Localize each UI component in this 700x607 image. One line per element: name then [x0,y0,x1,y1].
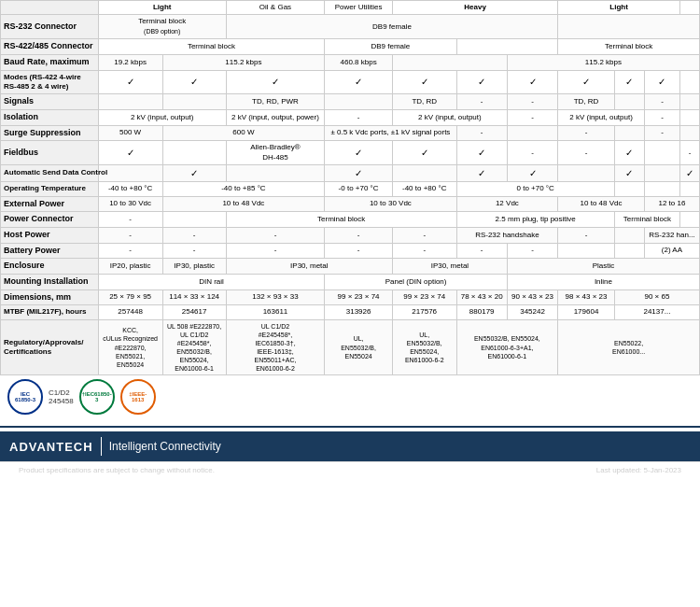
table-cell: - [644,125,679,141]
table-cell [614,182,644,196]
table-cell: -40 to +85 °C [162,182,325,196]
table-cell [392,165,456,182]
table-cell: - [558,227,615,243]
table-cell: ✓ [325,141,393,165]
table-cell: UL 508 #E222870,UL C1/D2#E245458*,EN5503… [162,319,226,375]
table-cell: ✓ [325,165,393,182]
certification-badges: IEC61850-3 C1/D2245458 †IEC61850-3 ‡IEEE… [0,375,700,418]
table-cell: Terminal block [98,39,325,55]
table-cell [680,110,700,126]
table-row: Surge Suppression 500 W 600 W ± 0.5 k Vd… [1,125,700,141]
table-cell: TD, RD [392,94,456,110]
spec-table: Light Oil & Gas Power Utilities Heavy Li… [0,0,700,375]
table-cell: - [226,243,325,259]
table-cell: IP30, metal [226,259,392,275]
col-header: Oil & Gas [226,1,325,15]
table-cell: 880179 [456,305,507,319]
table-cell [614,125,644,141]
table-cell: 313926 [325,305,393,319]
table-cell: 2 kV (input, output) [558,110,645,126]
table-cell: - [456,94,507,110]
table-cell [507,125,557,141]
table-cell: 10 to 30 Vdc [325,196,456,212]
table-cell: ✓ [614,141,644,165]
table-cell: 500 W [98,125,162,141]
table-cell: - [325,110,393,126]
table-cell: IP20, plastic [98,259,162,275]
table-cell: Terminal block [226,212,456,228]
table-row: RS-232 Connector Terminal block(DB9 opti… [1,15,700,39]
table-cell: IP30, plastic [162,259,226,275]
table-cell: 163611 [226,305,325,319]
table-cell [98,165,162,182]
col-header: Light [558,1,680,15]
row-label [1,1,99,15]
table-cell [392,54,507,70]
table-cell: UL,EN55032/B,EN55024,EN61000-6-2 [392,319,456,375]
row-label: External Power [1,196,99,212]
table-cell: Terminal block(DB9 option) [98,15,226,39]
table-row: Automatic Send Data Control ✓ ✓ ✓ ✓ ✓ ✓ [1,165,700,182]
row-label: Signals [1,94,99,110]
table-cell: -40 to +80 °C [392,182,456,196]
table-cell: -40 to +80 °C [98,182,162,196]
table-cell: ✓ [325,70,393,94]
iec61850-badge: IEC61850-3 [7,379,43,415]
row-label: Host Power [1,227,99,243]
table-cell: 2.5 mm plug, tip positive [456,212,614,228]
footer-updated: Last updated: 5-Jan-2023 [587,464,691,476]
table-row: Regulatory/Approvals/Certifications KCC,… [1,319,700,375]
row-label: Battery Power [1,243,99,259]
table-row: Enclosure IP20, plastic IP30, plastic IP… [1,259,700,275]
table-cell: 10 to 48 Vdc [162,196,325,212]
table-row: Dimensions, mm 25 × 79 × 95 114 × 33 × 1… [1,289,700,305]
table-cell: - [392,227,456,243]
table-cell: DB9 female [226,15,558,39]
table-cell [644,182,679,196]
table-cell: EN55022,EN61000... [558,319,700,375]
table-cell: KCC,cULus Recognized#E222870,EN55021,EN5… [98,319,162,375]
table-cell [325,94,393,110]
row-label: Enclosure [1,259,99,275]
table-cell: 217576 [392,305,456,319]
row-label: RS-422/485 Connector [1,39,99,55]
table-cell: ✓ [392,70,456,94]
table-cell: 90 × 43 × 23 [507,289,557,305]
table-cell: ✓ [644,70,679,94]
table-cell: DIN rail [98,275,325,290]
table-cell [558,165,615,182]
table-cell [644,165,679,182]
table-cell: 12 Vdc [456,196,558,212]
row-label: Mounting Installation [1,275,99,290]
table-cell: - [98,227,162,243]
footer-bar: ADVANTECH Intelligent Connectivity [0,431,700,461]
table-cell: 2 kV (input, output) [392,110,507,126]
row-label: Automatic Send Data Control [1,165,99,182]
table-row: Fieldbus ✓ Allen-Bradley®DH-485 ✓ ✓ ✓ - … [1,141,700,165]
table-cell [162,94,226,110]
table-cell: - [98,212,162,228]
table-cell: ✓ [98,70,162,94]
table-cell: ✓ [162,165,226,182]
table-cell: 24137... [614,305,699,319]
table-cell: ✓ [456,141,507,165]
table-cell: 460.8 kbps [325,54,393,70]
table-cell: - [456,125,507,141]
table-row: Signals TD, RD, PWR TD, RD - - TD, RD - [1,94,700,110]
table-row: Light Oil & Gas Power Utilities Heavy Li… [1,1,700,15]
table-cell [558,243,615,259]
table-cell: - [558,141,615,165]
table-cell: - [325,227,393,243]
table-row: MTBF (MIL217F), hours 257448 254617 1636… [1,305,700,319]
col-header: Power Utilities [325,1,393,15]
table-cell: 600 W [162,125,325,141]
table-cell [680,70,700,94]
table-cell: 257448 [98,305,162,319]
table-row: Modes (RS-422 4-wireRS-485 2 & 4 wire) ✓… [1,70,700,94]
table-cell [456,39,558,55]
table-cell: Terminal block [558,39,700,55]
table-row: Mounting Installation DIN rail Panel (DI… [1,275,700,290]
table-cell: RS-232 han... [644,227,699,243]
spec-table-container: Light Oil & Gas Power Utilities Heavy Li… [0,0,700,418]
table-cell: IP30, metal [392,259,507,275]
